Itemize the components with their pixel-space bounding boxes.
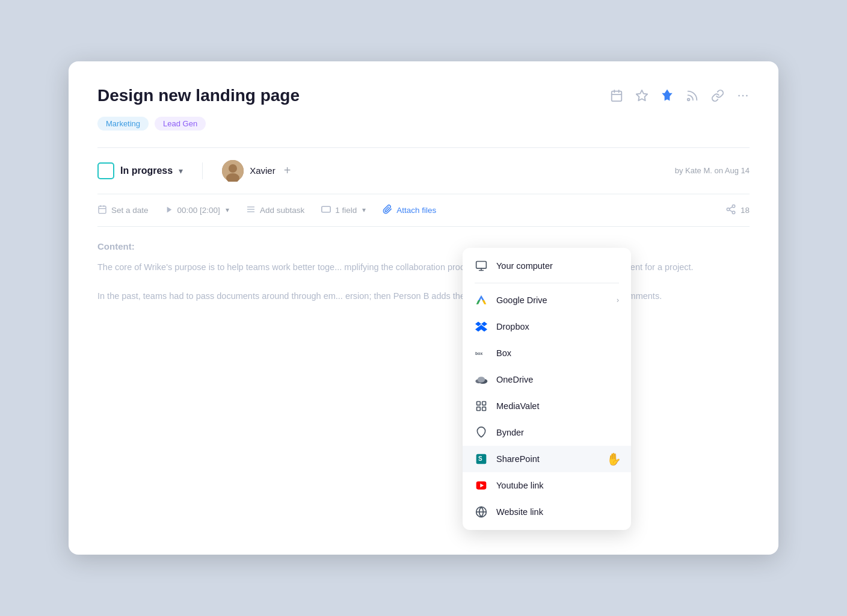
svg-rect-33 <box>477 402 481 405</box>
dropdown-item-google-drive[interactable]: Google Drive › <box>463 287 631 313</box>
calendar-icon[interactable] <box>610 89 623 105</box>
dropdown-item-sharepoint[interactable]: S SharePoint ✋ <box>463 446 631 472</box>
dropbox-label: Dropbox <box>496 322 529 331</box>
svg-text:S: S <box>478 455 482 462</box>
toolbar: Set a date 00:00 [2:00] ▾ Add subtask 1 … <box>97 194 750 227</box>
svg-point-22 <box>727 208 730 211</box>
timer-button[interactable]: 00:00 [2:00] ▾ <box>165 205 246 215</box>
content-area: Content: The core of Wrike's purpose is … <box>97 241 750 304</box>
field-label: 1 field <box>335 206 357 215</box>
tags: Marketing Lead Gen <box>97 117 750 131</box>
paperclip-icon <box>383 205 392 216</box>
svg-point-10 <box>229 164 237 173</box>
status-bar: In progress ▾ Xavier + by Kate M. on Aug… <box>97 148 750 194</box>
main-card: Design new landing page Marketing <box>69 61 778 555</box>
field-button[interactable]: 1 field ▾ <box>321 205 383 215</box>
youtube-icon <box>475 479 488 492</box>
svg-text:box: box <box>475 351 482 356</box>
svg-rect-20 <box>322 206 330 212</box>
tag-leadgen[interactable]: Lead Gen <box>155 117 206 131</box>
svg-point-6 <box>738 95 740 97</box>
dropbox-icon <box>475 320 488 333</box>
content-paragraph-1: The core of Wrike's purpose is to help t… <box>97 260 750 275</box>
bynder-label: Bynder <box>496 428 524 437</box>
svg-rect-35 <box>477 407 481 411</box>
more-icon[interactable] <box>736 89 750 105</box>
svg-marker-16 <box>167 206 171 212</box>
google-drive-chevron: › <box>617 296 619 304</box>
sharepoint-icon: S <box>475 452 488 466</box>
youtube-label: Youtube link <box>496 481 543 490</box>
box-icon: box <box>475 346 488 360</box>
dropdown-item-youtube[interactable]: Youtube link <box>463 472 631 499</box>
your-computer-label: Your computer <box>496 261 553 271</box>
calendar-icon <box>97 205 107 216</box>
computer-icon <box>475 259 488 273</box>
dropdown-item-onedrive[interactable]: OneDrive <box>463 366 631 393</box>
dropdown-item-your-computer[interactable]: Your computer <box>463 253 631 279</box>
attach-files-label: Attach files <box>396 206 436 215</box>
play-icon <box>165 205 173 215</box>
bynder-icon <box>475 426 488 439</box>
set-date-button[interactable]: Set a date <box>97 205 165 216</box>
svg-point-21 <box>732 205 735 208</box>
avatar <box>222 160 244 182</box>
svg-rect-34 <box>482 402 486 405</box>
svg-point-23 <box>732 211 735 214</box>
add-subtask-button[interactable]: Add subtask <box>246 205 321 216</box>
google-drive-label: Google Drive <box>496 295 547 305</box>
dropdown-item-website[interactable]: Website link <box>463 499 631 525</box>
attach-files-button[interactable]: Attach files <box>383 205 453 216</box>
share-button[interactable]: 18 <box>725 204 750 217</box>
share-icon <box>725 204 736 217</box>
timer-chevron: ▾ <box>226 206 229 214</box>
subtask-icon <box>246 205 256 216</box>
svg-rect-36 <box>482 407 486 411</box>
star-icon[interactable] <box>635 89 648 105</box>
mediavalet-label: MediaValet <box>496 401 539 411</box>
status-section: In progress ▾ <box>97 162 203 179</box>
assignee-name: Xavier <box>250 165 276 176</box>
add-subtask-label: Add subtask <box>260 206 304 215</box>
svg-point-32 <box>478 377 485 383</box>
link-icon[interactable] <box>711 89 724 105</box>
content-paragraph-2: In the past, teams had to pass documents… <box>97 289 750 304</box>
sharepoint-label: SharePoint <box>496 454 540 464</box>
svg-rect-0 <box>612 91 622 102</box>
dropdown-item-bynder[interactable]: Bynder <box>463 419 631 446</box>
box-label: Box <box>496 348 511 358</box>
dropdown-item-mediavalet[interactable]: MediaValet <box>463 393 631 419</box>
svg-line-24 <box>729 210 732 212</box>
onedrive-label: OneDrive <box>496 375 533 384</box>
field-chevron: ▾ <box>362 206 366 214</box>
status-label[interactable]: In progress <box>120 165 173 176</box>
status-box <box>97 162 114 179</box>
google-drive-icon <box>475 294 488 307</box>
cursor-icon: ✋ <box>606 452 621 466</box>
website-label: Website link <box>496 507 543 517</box>
tag-marketing[interactable]: Marketing <box>97 117 149 131</box>
header-icons <box>610 89 750 105</box>
field-icon <box>321 205 331 215</box>
timer-label: 00:00 [2:00] <box>177 206 220 215</box>
svg-point-5 <box>688 99 690 101</box>
attach-files-dropdown: Your computer Google Drive › Dropbox box… <box>463 248 631 530</box>
mediavalet-icon <box>475 399 488 413</box>
svg-rect-26 <box>476 262 487 269</box>
pin-icon[interactable] <box>661 89 674 105</box>
onedrive-icon <box>475 373 488 386</box>
content-label: Content: <box>97 241 750 251</box>
header: Design new landing page <box>97 85 750 106</box>
assignee-section: Xavier + by Kate M. on Aug 14 <box>222 160 750 182</box>
dropdown-item-dropbox[interactable]: Dropbox <box>463 313 631 340</box>
svg-marker-4 <box>636 90 647 100</box>
set-date-label: Set a date <box>111 206 149 215</box>
rss-icon[interactable] <box>686 89 699 105</box>
svg-line-25 <box>729 206 732 208</box>
page-title: Design new landing page <box>97 85 300 106</box>
share-count: 18 <box>741 206 750 215</box>
status-chevron[interactable]: ▾ <box>179 166 183 176</box>
add-assignee-button[interactable]: + <box>284 164 291 177</box>
website-icon <box>475 505 488 519</box>
dropdown-item-box[interactable]: box Box <box>463 340 631 366</box>
